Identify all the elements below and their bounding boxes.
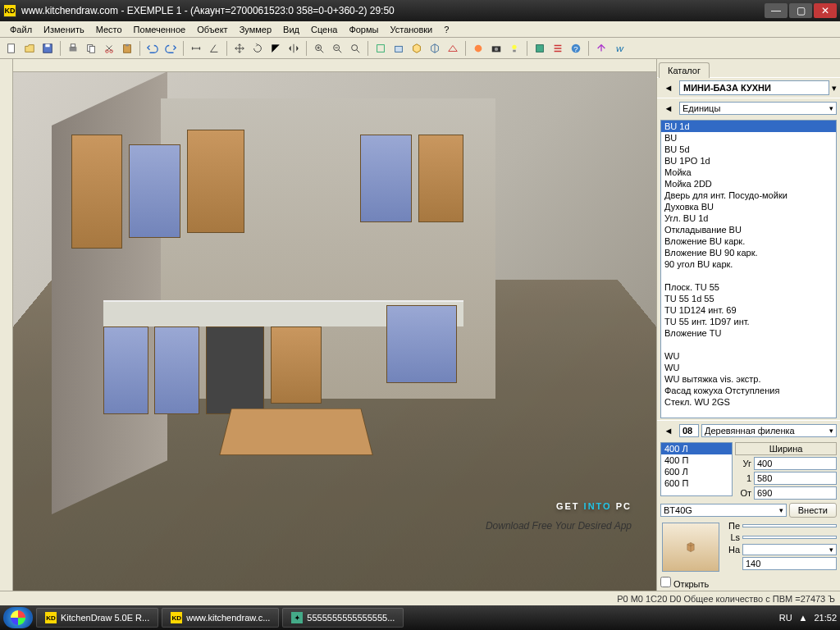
list-item[interactable]: Мойка [661, 167, 836, 178]
catalog-icon[interactable] [532, 40, 548, 57]
menu-Вид[interactable]: Вид [278, 23, 304, 36]
menu-Файл[interactable]: Файл [5, 23, 37, 36]
list-item[interactable]: WU вытяжка vis. экстр. [661, 373, 836, 385]
angle-icon[interactable] [206, 40, 222, 57]
maximize-button[interactable]: ▢ [789, 3, 812, 18]
3d-viewport[interactable]: GET INTO PC Download Free Your Desired A… [13, 72, 656, 591]
menu-Сцена[interactable]: Сцена [306, 23, 342, 36]
ug-input[interactable]: 400 [754, 457, 837, 470]
list-item[interactable]: WU [661, 350, 836, 362]
one-input[interactable]: 580 [754, 472, 837, 485]
zoom-out-icon[interactable] [329, 40, 345, 57]
taskbar-item[interactable]: KDKitchenDraw 5.0E R... [36, 608, 158, 628]
print-icon[interactable] [65, 40, 81, 57]
open-icon[interactable] [21, 40, 38, 57]
taskbar-item[interactable]: KDwww.kitchendraw.c... [162, 608, 279, 628]
close-button[interactable]: ✕ [814, 3, 837, 18]
list-item[interactable]: Стекл. WU 2GS [661, 396, 836, 408]
start-button[interactable] [3, 607, 33, 628]
size-item[interactable]: 600 Л [661, 466, 732, 477]
tray-icon[interactable]: ▲ [799, 613, 808, 623]
zoom-fit-icon[interactable] [347, 40, 363, 57]
menu-?[interactable]: ? [439, 23, 454, 36]
list-item[interactable]: BU 5d [661, 144, 836, 155]
list-item[interactable]: BU [661, 132, 836, 144]
list-item[interactable] [661, 270, 836, 281]
style-selector[interactable]: Деревянная филенка [701, 424, 837, 437]
size-item[interactable]: 400 Л [661, 443, 732, 454]
list-item[interactable]: Плоск. TU 55 [661, 281, 836, 293]
list-item[interactable]: Вложение TU [661, 327, 836, 339]
taskbar-item[interactable]: ✦5555555555555555... [282, 608, 404, 628]
units-prev-icon[interactable]: ◄ [660, 100, 677, 116]
export-icon[interactable] [593, 40, 609, 57]
render-icon[interactable] [470, 40, 486, 57]
size-item[interactable]: 600 П [661, 477, 732, 489]
undo-icon[interactable] [144, 40, 161, 57]
list-item[interactable] [661, 339, 836, 350]
menu-Объект[interactable]: Объект [192, 23, 232, 36]
light-icon[interactable] [506, 40, 523, 57]
dimension-icon[interactable] [188, 40, 204, 57]
view-wireframe-icon[interactable] [445, 40, 461, 57]
zoom-in-icon[interactable] [311, 40, 327, 57]
na-value-input[interactable]: 140 [742, 557, 837, 570]
redo-icon[interactable] [162, 40, 179, 57]
catalog-prev-icon[interactable]: ◄ [660, 80, 677, 96]
system-tray[interactable]: RU ▲ 21:52 [779, 613, 837, 623]
list-item[interactable]: Духовка BU [661, 201, 836, 212]
mirror-icon[interactable] [285, 40, 302, 57]
insert-button[interactable]: Внести [789, 503, 837, 518]
list-item[interactable]: Угл. BU 1d [661, 212, 836, 224]
rotate-icon[interactable] [249, 40, 266, 57]
ls-input[interactable] [742, 536, 837, 539]
view-iso-icon[interactable] [427, 40, 443, 57]
menu-Место[interactable]: Место [91, 23, 127, 36]
size-item[interactable]: 400 П [661, 454, 732, 466]
database-selector[interactable]: МИНИ-БАЗА КУХНИ [679, 80, 829, 95]
list-icon[interactable] [550, 40, 566, 57]
list-item[interactable]: BU 1d [661, 121, 836, 132]
copy-icon[interactable] [83, 40, 99, 57]
size-list[interactable]: 400 Л400 П600 Л600 П [660, 442, 733, 496]
list-item[interactable]: BU 1PO 1d [661, 155, 836, 167]
lang-indicator[interactable]: RU [779, 613, 792, 623]
units-selector[interactable]: Единицы [679, 102, 837, 115]
style-prev-icon[interactable]: ◄ [660, 422, 677, 439]
list-item[interactable]: Мойка 2DD [661, 178, 836, 189]
menu-Формы[interactable]: Формы [344, 23, 383, 36]
save-icon[interactable] [39, 40, 56, 57]
menu-Установки[interactable]: Установки [385, 23, 437, 36]
tab-catalog[interactable]: Каталог [659, 62, 710, 78]
view-3d-icon[interactable] [409, 40, 425, 57]
list-item[interactable]: Откладывание BU [661, 224, 836, 235]
catalog-item-list[interactable]: BU 1dBUBU 5dBU 1PO 1dМойкаМойка 2DDДверь… [660, 120, 837, 418]
list-item[interactable]: Дверь для инт. Посудо-мойки [661, 189, 836, 201]
list-item[interactable]: TU 55 инт. 1D97 инт. [661, 316, 836, 327]
new-icon[interactable] [3, 40, 20, 57]
view-front-icon[interactable] [390, 40, 407, 57]
list-item[interactable]: Вложение BU 90 карк. [661, 247, 836, 258]
list-item[interactable]: TU 1D124 инт. 69 [661, 304, 836, 316]
cut-icon[interactable] [101, 40, 117, 57]
move-icon[interactable] [231, 40, 248, 57]
list-item[interactable]: 90 угол BU карк. [661, 258, 836, 270]
open-checkbox[interactable]: Открыть [660, 579, 709, 589]
scale-icon[interactable] [267, 40, 284, 57]
pe-input[interactable] [742, 524, 837, 527]
help-icon[interactable]: ? [568, 40, 584, 57]
na-input[interactable] [742, 544, 837, 555]
list-item[interactable]: WU [661, 362, 836, 373]
clock[interactable]: 21:52 [814, 613, 837, 623]
menu-Помеченное[interactable]: Помеченное [129, 23, 191, 36]
list-item[interactable]: Фасад кожуха Отступления [661, 385, 836, 396]
list-item[interactable]: TU 55 1d 55 [661, 293, 836, 304]
minimize-button[interactable]: — [765, 3, 788, 18]
menu-Зуммер[interactable]: Зуммер [235, 23, 276, 36]
ot-input[interactable]: 690 [754, 486, 837, 500]
paste-icon[interactable] [119, 40, 135, 57]
view-top-icon[interactable] [372, 40, 389, 57]
list-item[interactable]: Вложение BU карк. [661, 235, 836, 247]
web-icon[interactable]: W [611, 40, 628, 57]
camera-icon[interactable] [488, 40, 504, 57]
